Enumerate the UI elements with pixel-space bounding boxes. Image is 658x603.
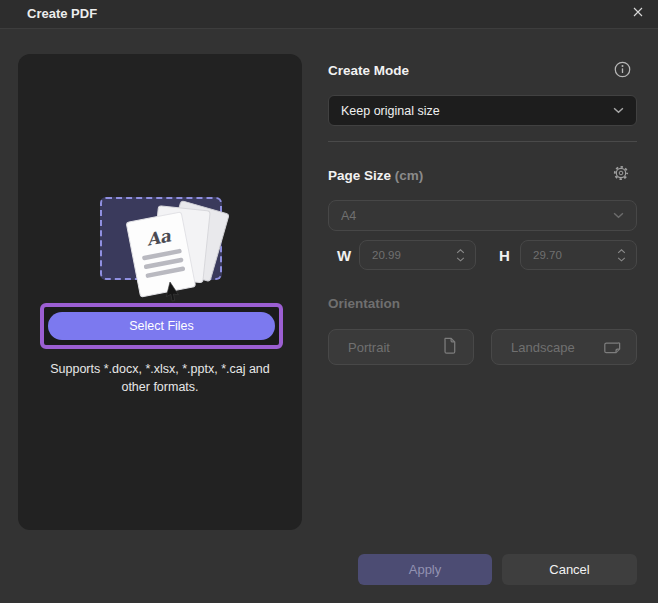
landscape-label: Landscape (511, 340, 575, 355)
height-field-container (520, 240, 637, 270)
height-input[interactable] (521, 248, 617, 262)
create-mode-info-button[interactable] (612, 61, 632, 81)
orientation-label: Orientation (328, 296, 400, 311)
width-stepper[interactable] (456, 249, 475, 262)
width-label: W (337, 247, 351, 264)
cancel-button[interactable]: Cancel (502, 554, 637, 585)
section-divider (328, 141, 637, 142)
close-icon (630, 4, 646, 24)
apply-button[interactable]: Apply (358, 554, 492, 585)
create-mode-selected-value: Keep original size (329, 104, 613, 118)
create-mode-label: Create Mode (328, 63, 409, 78)
orientation-landscape-button[interactable]: Landscape (491, 329, 637, 365)
create-pdf-dialog: Create PDF Aa (0, 0, 658, 603)
file-preview-panel: Aa Select Files Supports *.docx, *.xlsx,… (18, 54, 302, 530)
height-label: H (499, 247, 510, 264)
page-size-label: Page Size (cm) (328, 168, 423, 183)
info-icon (613, 60, 632, 83)
title-bar: Create PDF (0, 0, 658, 29)
cursor-icon (166, 282, 181, 302)
chevron-down-icon (613, 107, 636, 114)
portrait-label: Portrait (348, 340, 390, 355)
dialog-title: Create PDF (27, 0, 97, 28)
chevron-down-icon (613, 212, 636, 219)
gear-icon (611, 163, 631, 187)
page-size-preset-dropdown[interactable]: A4 (328, 200, 637, 231)
orientation-portrait-button[interactable]: Portrait (328, 329, 474, 365)
select-files-button[interactable]: Select Files (48, 312, 275, 340)
width-input[interactable] (360, 248, 456, 262)
create-mode-dropdown[interactable]: Keep original size (328, 95, 637, 126)
page-size-preset-value: A4 (329, 209, 613, 223)
page-size-unit: (cm) (395, 168, 424, 183)
landscape-page-icon (603, 338, 622, 357)
height-stepper[interactable] (617, 249, 636, 262)
close-button[interactable] (626, 3, 650, 25)
width-field-container (359, 240, 476, 270)
portrait-page-icon (440, 336, 459, 359)
supported-formats-text: Supports *.docx, *.xlsx, *.pptx, *.caj a… (35, 360, 285, 396)
page-size-settings-button[interactable] (611, 165, 631, 185)
file-drop-zone[interactable] (100, 197, 222, 280)
